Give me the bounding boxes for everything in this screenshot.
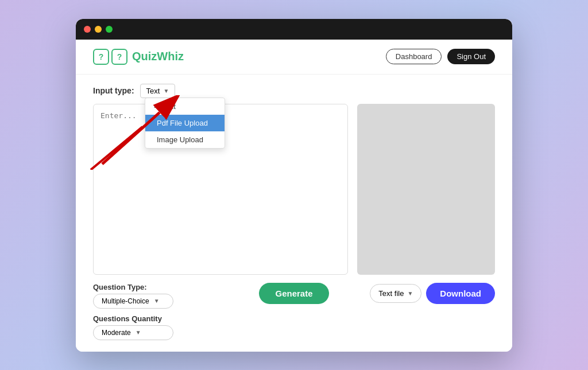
close-button[interactable] [84,26,91,33]
check-icon: ✓ [153,103,158,110]
logo-icon-1: ? [93,49,109,65]
input-type-label: Input type: [93,86,134,95]
dropdown-popup: ✓ Text Pdf File Upload Image Upload [145,98,225,149]
question-type-label: Question Type: [93,283,227,291]
minimize-button[interactable] [95,26,102,33]
dropdown-item-image[interactable]: Image Upload [145,131,225,148]
file-type-value: Text file [378,289,404,298]
chevron-down-icon: ▼ [163,88,169,94]
questions-qty-value: Moderate [102,329,131,337]
questions-qty-section: Questions Quantity Moderate ▼ [93,314,227,340]
dropdown-item-label: Pdf File Upload [157,119,208,127]
questions-qty-select[interactable]: Moderate ▼ [93,325,173,340]
app-window: ? ? QuizWhiz Dashboard Sign Out Input ty… [76,19,512,352]
logo-icons: ? ? [93,49,127,65]
dashboard-button[interactable]: Dashboard [386,49,442,64]
generate-button[interactable]: Generate [259,283,328,304]
left-controls: Question Type: Multiple-Choice ▼ Questio… [93,283,227,340]
maximize-button[interactable] [106,26,113,33]
question-type-section: Question Type: Multiple-Choice ▼ [93,283,227,309]
header: ? ? QuizWhiz Dashboard Sign Out [76,40,512,75]
signout-button[interactable]: Sign Out [447,49,495,64]
download-button[interactable]: Download [426,283,495,304]
input-type-row: Input type: Text ▼ ✓ Text Pdf File Uploa… [93,84,495,98]
chevron-down-icon: ▼ [136,329,141,336]
chevron-down-icon: ▼ [407,290,413,297]
bottom-controls: Question Type: Multiple-Choice ▼ Questio… [93,283,495,340]
center-controls: Generate [227,283,361,304]
chevron-down-icon: ▼ [154,298,160,304]
dropdown-item-text[interactable]: ✓ Text [145,98,225,115]
questions-qty-label: Questions Quantity [93,314,227,323]
header-buttons: Dashboard Sign Out [386,49,495,64]
dropdown-item-pdf[interactable]: Pdf File Upload [145,115,225,131]
question-type-value: Multiple-Choice [102,297,149,305]
question-type-select[interactable]: Multiple-Choice ▼ [93,294,173,309]
preview-area [357,104,495,275]
logo-text: QuizWhiz [132,50,184,63]
logo: ? ? QuizWhiz [93,49,184,65]
input-type-value: Text [146,87,160,95]
input-type-select[interactable]: Text ▼ [140,84,176,98]
window-content: ? ? QuizWhiz Dashboard Sign Out Input ty… [76,40,512,352]
dropdown-item-label: Image Upload [157,135,203,144]
dropdown-item-label: Text [162,102,176,111]
file-type-select[interactable]: Text file ▼ [370,284,421,303]
logo-icon-2: ? [111,49,127,65]
titlebar [76,19,512,40]
main-area: Input type: Text ▼ ✓ Text Pdf File Uploa… [76,75,512,352]
right-controls: Text file ▼ Download [361,283,495,304]
